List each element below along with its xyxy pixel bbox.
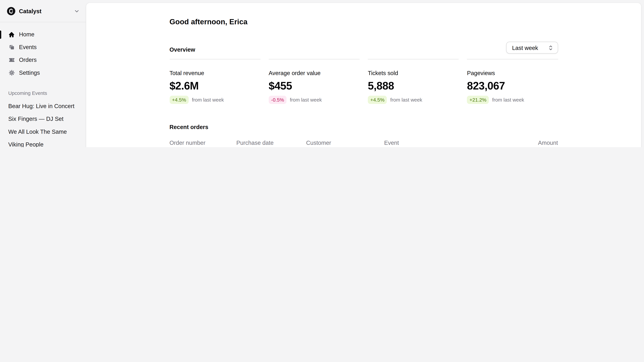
sidebar-item-label: Events (19, 43, 36, 51)
stat-pageviews: Pageviews823,067+21.2%from last week (467, 59, 558, 104)
page-title: Good afternoon, Erica (170, 17, 558, 27)
home-icon (8, 31, 15, 38)
chevron-down-icon (74, 8, 80, 14)
sidebar-event-label: Bear Hug: Live in Concert (8, 102, 74, 110)
stat-change-badge: +4.5% (368, 96, 387, 104)
stat-average-order-value: Average order value$455-0.5%from last we… (269, 59, 360, 104)
main-content: Good afternoon, Erica Overview Last week… (170, 3, 558, 147)
column-header-event: Event (384, 135, 504, 147)
app-root: Catalyst HomeEventsOrdersSettings Upcomi… (0, 0, 644, 147)
stat-meta: +21.2%from last week (467, 96, 558, 104)
stat-caption: from last week (390, 96, 422, 103)
recent-orders-heading: Recent orders (170, 123, 558, 131)
events-icon (8, 44, 15, 50)
stat-value: 823,067 (467, 80, 558, 92)
period-select-value: Last week (512, 44, 538, 51)
sidebar-item-event-we-all-look-the-same[interactable]: We All Look The Same (4, 125, 82, 138)
sidebar-upcoming-events: Upcoming Events Bear Hug: Live in Concer… (0, 90, 86, 147)
upcoming-events-heading: Upcoming Events (4, 90, 82, 96)
sidebar-item-event-bear-hug-live-in-concert[interactable]: Bear Hug: Live in Concert (4, 100, 82, 113)
settings-icon (8, 69, 15, 76)
stat-value: $2.6M (170, 80, 260, 92)
stat-meta: -0.5%from last week (269, 96, 360, 104)
sidebar-item-home[interactable]: Home (4, 28, 82, 41)
sidebar-event-label: We All Look The Same (8, 128, 67, 136)
orders-icon (8, 57, 15, 63)
stat-label: Tickets sold (368, 69, 459, 77)
sidebar-item-event-six-fingers-dj-set[interactable]: Six Fingers — DJ Set (4, 113, 82, 125)
stat-meta: +4.5%from last week (170, 96, 260, 104)
sidebar-event-label: Viking People (8, 141, 44, 147)
stat-caption: from last week (192, 96, 224, 103)
stat-tickets-sold: Tickets sold5,888+4.5%from last week (368, 59, 459, 104)
stats-grid: Total revenue$2.6M+4.5%from last weekAve… (170, 59, 558, 104)
sidebar-item-events[interactable]: Events (4, 41, 82, 54)
orders-table: Order numberPurchase dateCustomerEventAm… (170, 135, 558, 147)
sidebar-item-settings[interactable]: Settings (4, 66, 82, 79)
sidebar-item-label: Orders (19, 56, 36, 64)
stat-value: 5,888 (368, 80, 459, 92)
catalyst-logo-icon (7, 7, 15, 15)
stat-label: Total revenue (170, 69, 260, 77)
sidebar-item-event-viking-people[interactable]: Viking People (4, 138, 82, 147)
sidebar-item-label: Home (19, 30, 34, 38)
column-header-purchase-date: Purchase date (236, 135, 306, 147)
stat-change-badge: +21.2% (467, 96, 489, 104)
stat-meta: +4.5%from last week (368, 96, 459, 104)
orders-table-header: Order numberPurchase dateCustomerEventAm… (170, 135, 558, 147)
overview-header-row: Overview Last week (170, 42, 558, 54)
upcoming-events-list: Bear Hug: Live in ConcertSix Fingers — D… (4, 100, 82, 147)
column-header-customer: Customer (306, 135, 384, 147)
workspace-switcher[interactable]: Catalyst (0, 0, 86, 22)
period-select[interactable]: Last week (506, 42, 558, 54)
stat-label: Average order value (269, 69, 360, 77)
sidebar-item-label: Settings (19, 69, 40, 77)
column-header-amount: Amount (504, 135, 558, 147)
stat-caption: from last week (492, 96, 524, 103)
chevron-up-down-icon (547, 44, 554, 51)
overview-heading: Overview (170, 45, 195, 54)
workspace-name: Catalyst (19, 8, 42, 14)
sidebar: Catalyst HomeEventsOrdersSettings Upcomi… (0, 0, 86, 147)
stat-caption: from last week (290, 96, 322, 103)
recent-orders-section: Recent orders Order numberPurchase dateC… (170, 123, 558, 147)
stat-change-badge: -0.5% (269, 96, 286, 104)
stat-total-revenue: Total revenue$2.6M+4.5%from last week (170, 59, 260, 104)
stat-label: Pageviews (467, 69, 558, 77)
main-card: Good afternoon, Erica Overview Last week… (86, 2, 642, 147)
sidebar-item-orders[interactable]: Orders (4, 54, 82, 66)
sidebar-event-label: Six Fingers — DJ Set (8, 115, 64, 123)
stat-change-badge: +4.5% (170, 96, 188, 104)
stat-value: $455 (269, 80, 360, 92)
column-header-order-number: Order number (170, 135, 236, 147)
sidebar-nav: HomeEventsOrdersSettings (0, 22, 86, 79)
